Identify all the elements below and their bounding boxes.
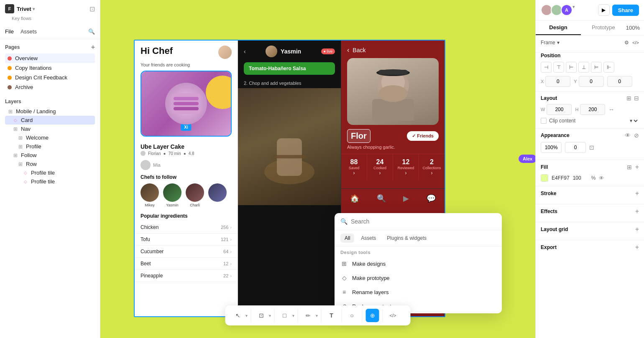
cp-item-rename-layers[interactable]: ≡ Rename layers xyxy=(335,285,502,299)
file-tab[interactable]: File xyxy=(5,28,14,35)
prototype-tab[interactable]: Prototype xyxy=(581,20,626,35)
chef-item-yasmin[interactable]: Yasmin xyxy=(163,183,181,207)
profile-name-edit-field[interactable]: Flor xyxy=(347,129,371,143)
fill-color-swatch[interactable] xyxy=(541,174,548,182)
back-chevron-icon[interactable]: ‹ xyxy=(347,46,349,54)
sidebar-header: F Trivet ▾ ⊡ xyxy=(0,0,100,16)
clip-content-checkbox[interactable] xyxy=(541,118,547,124)
layer-profile-tile-1[interactable]: ◇ Profile tile xyxy=(5,168,95,177)
h-input[interactable] xyxy=(580,104,605,115)
chef-item-4[interactable] xyxy=(208,183,227,207)
page-item-archive[interactable]: Archive xyxy=(5,82,95,92)
opacity-input[interactable] xyxy=(541,142,562,153)
frame-tool-chevron[interactable]: ▾ xyxy=(269,313,271,318)
clip-link-icon[interactable]: ⊘ xyxy=(634,132,639,139)
project-name[interactable]: Trivet ▾ xyxy=(17,6,35,12)
cp-item-make-prototype[interactable]: ◇ Make prototype xyxy=(335,271,502,285)
cp-item-make-designs[interactable]: ⊞ Make designs xyxy=(335,257,502,271)
x-input[interactable] xyxy=(545,76,570,87)
layout-grid-icon[interactable]: ⊞ xyxy=(626,95,631,102)
w-input[interactable] xyxy=(547,104,572,115)
align-bottom-icon[interactable]: ⊩ xyxy=(603,62,614,73)
page-item-design-crit[interactable]: Design Crit Feedback xyxy=(5,73,95,82)
fill-hex-value[interactable]: E4FF97 xyxy=(552,175,570,181)
layer-welcome[interactable]: ⊞ Welcome xyxy=(5,133,95,142)
frame2-back-btn[interactable]: ‹ xyxy=(244,48,246,55)
align-right-icon[interactable]: ⊢ xyxy=(566,62,577,73)
shape-tool-chevron[interactable]: ▾ xyxy=(292,313,294,318)
nav-icon-home[interactable]: 🏠 xyxy=(350,194,359,203)
clip-content-select[interactable]: ▾ xyxy=(628,117,639,124)
fill-add-button[interactable]: + xyxy=(635,163,639,171)
profile-friends-button[interactable]: ✓ Friends xyxy=(407,131,439,141)
align-left-icon[interactable]: ⊣ xyxy=(541,62,552,73)
eye-icon[interactable]: 👁 xyxy=(625,132,631,139)
fill-eye-icon[interactable]: 👁 xyxy=(599,175,604,181)
align-center-v-icon[interactable]: ⊨ xyxy=(591,62,602,73)
layer-label-profile-tile-2: Profile tile xyxy=(31,178,55,185)
fill-opacity-value[interactable]: 100 xyxy=(573,175,588,181)
frame-settings-icon[interactable]: ⚙ xyxy=(624,40,629,46)
constrain-icon[interactable]: ↔ xyxy=(608,106,614,113)
pen-tool-button[interactable]: ✏ xyxy=(302,309,315,322)
chef-item-mikey[interactable]: Mikey xyxy=(141,183,159,207)
y-label: Y xyxy=(574,79,577,84)
corner-radius-input[interactable] xyxy=(565,142,586,153)
assets-tab[interactable]: Assets xyxy=(20,28,37,35)
layer-follow[interactable]: ⊞ Follow xyxy=(5,151,95,160)
expand-icon[interactable]: ⊡ xyxy=(589,144,594,151)
code-tool-button[interactable]: </> xyxy=(386,309,400,322)
design-tab[interactable]: Design xyxy=(536,20,581,35)
nav-icon-play[interactable]: ▶ xyxy=(403,194,409,203)
command-search-input[interactable] xyxy=(351,218,496,225)
fill-grid-icon[interactable]: ⊞ xyxy=(627,164,632,170)
cp-tab-plugins[interactable]: Plugins & widgets xyxy=(383,234,431,243)
move-tool-button[interactable]: ↖ xyxy=(231,309,245,322)
layer-nav[interactable]: ⊞ Nav xyxy=(5,125,95,133)
layout-inputs: W H ↔ xyxy=(541,104,639,115)
pen-tool-chevron[interactable]: ▾ xyxy=(316,313,318,318)
layer-profile-tile-2[interactable]: ◇ Profile tile xyxy=(5,177,95,186)
sidebar-search-icon[interactable]: 🔍 xyxy=(88,28,95,35)
frame-tool-button[interactable]: ⊡ xyxy=(255,309,268,322)
zoom-level[interactable]: 100% xyxy=(626,20,644,35)
chef-item-charli[interactable]: Charli xyxy=(186,183,204,207)
cp-tab-all[interactable]: All xyxy=(340,234,354,243)
sidebar-toggle-icon[interactable]: ⊡ xyxy=(89,5,95,13)
shape-tool-button[interactable]: □ xyxy=(278,309,291,322)
layer-row[interactable]: ⊞ Row xyxy=(5,160,95,168)
layout-grid-add-button[interactable]: + xyxy=(635,226,639,233)
cp-tab-assets[interactable]: Assets xyxy=(357,234,380,243)
canvas-area[interactable]: Hi Chef Your friends are cooking xyxy=(100,0,535,338)
effects-add-button[interactable]: + xyxy=(635,208,639,215)
frame-dropdown-icon[interactable]: ▾ xyxy=(557,40,560,46)
nav-icon-search[interactable]: 🔍 xyxy=(377,194,386,203)
collaborator-chevron[interactable]: ▾ xyxy=(572,4,575,16)
play-button[interactable]: ▶ xyxy=(598,4,610,16)
ellipse-tool-button[interactable]: ○ xyxy=(345,309,359,322)
r-input[interactable] xyxy=(607,76,632,87)
layer-profile[interactable]: ⊞ Profile xyxy=(5,142,95,151)
stroke-add-button[interactable]: + xyxy=(635,190,639,197)
layer-card[interactable]: ◇ Card xyxy=(5,116,95,125)
align-top-icon[interactable]: ⊥ xyxy=(578,62,589,73)
page-item-copy-iterations[interactable]: Copy Iterations xyxy=(5,63,95,73)
page-item-overview[interactable]: Overview xyxy=(5,53,95,63)
export-add-button[interactable]: + xyxy=(635,244,639,251)
layout-stack-icon[interactable]: ⊟ xyxy=(634,95,639,102)
ingredient-pineapple: Pineapple 22 › xyxy=(135,270,238,282)
component-tool-button[interactable]: ⊕ xyxy=(366,309,379,322)
align-center-h-icon[interactable]: ⊤ xyxy=(553,62,564,73)
app-logo-icon[interactable]: F xyxy=(5,4,14,13)
y-input[interactable] xyxy=(579,76,604,87)
nav-icon-chat[interactable]: 💬 xyxy=(427,194,436,203)
frame-code-icon[interactable]: </> xyxy=(632,40,639,45)
layer-mobile-landing[interactable]: ⊞ Mobile / Landing xyxy=(5,107,95,116)
frame-icon-follow: ⊞ xyxy=(13,152,18,158)
move-tool-chevron[interactable]: ▾ xyxy=(245,313,248,318)
text-tool-button[interactable]: T xyxy=(325,309,338,322)
recipe-card[interactable]: Xi xyxy=(141,71,232,137)
add-page-button[interactable]: + xyxy=(91,43,95,51)
share-button[interactable]: Share xyxy=(612,5,639,16)
ingredient-cucumber: Cucumber 64 › xyxy=(135,246,238,258)
